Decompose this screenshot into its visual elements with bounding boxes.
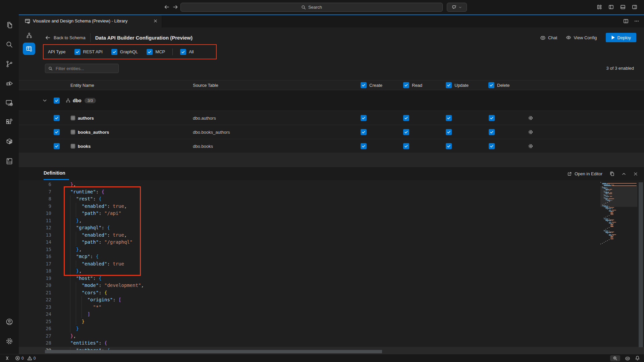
split-editor-icon[interactable] — [623, 18, 629, 24]
vertical-scrollbar[interactable] — [639, 182, 643, 347]
crud-checkbox-authors-delete[interactable] — [489, 115, 495, 121]
back-icon[interactable] — [163, 4, 170, 10]
code-line-27: 27}, — [19, 333, 644, 340]
crud-header-checkbox-update[interactable] — [446, 82, 452, 88]
filter-entities-field[interactable] — [45, 64, 119, 73]
deploy-label: Deploy — [618, 35, 631, 40]
run-debug-icon[interactable] — [1, 75, 17, 92]
copilot-chat-button[interactable] — [447, 3, 467, 12]
crud-checkbox-books_authors-create[interactable] — [361, 129, 367, 135]
code-line-21: 21"cors": { — [19, 289, 644, 297]
close-panel-icon[interactable] — [633, 172, 638, 176]
extensions-icon[interactable] — [1, 114, 17, 131]
command-center-search[interactable]: Search — [180, 3, 443, 12]
warning-icon — [27, 356, 32, 361]
search-placeholder: Search — [308, 5, 322, 10]
forward-icon[interactable] — [172, 4, 179, 10]
table-footer-strip — [19, 153, 644, 167]
copilot-status-icon[interactable] — [625, 356, 630, 361]
copy-icon[interactable] — [609, 171, 614, 176]
line-number: 26 — [19, 325, 51, 333]
line-number: 17 — [19, 260, 51, 268]
collapse-panel-icon[interactable] — [622, 172, 626, 176]
title-bar: Search — [0, 0, 644, 14]
account-icon[interactable] — [1, 313, 17, 330]
more-actions-icon[interactable] — [634, 18, 639, 24]
deploy-button[interactable]: Deploy — [606, 33, 636, 42]
api-checkbox-1[interactable] — [111, 49, 117, 55]
entity-row-books: booksdbo.books — [19, 139, 644, 153]
runtime-annotation-box — [64, 186, 141, 276]
source-table-value: dbo.books — [193, 143, 213, 148]
source-table-value: dbo.books_authors — [193, 129, 230, 134]
api-checkbox-2[interactable] — [147, 49, 153, 55]
crud-checkbox-authors-update[interactable] — [446, 115, 452, 121]
table-icon — [70, 129, 75, 134]
remote-indicator-icon[interactable] — [5, 356, 10, 361]
entity-settings-gear-icon[interactable] — [528, 129, 533, 135]
view-config-button[interactable]: View Config — [566, 35, 597, 40]
entity-checkbox-authors[interactable] — [54, 115, 60, 121]
crud-header-checkbox-create[interactable] — [361, 82, 367, 88]
back-to-schema-button[interactable]: Back to Schema — [45, 35, 86, 41]
crud-header-checkbox-read[interactable] — [403, 82, 409, 88]
api-checkbox-3[interactable] — [180, 49, 186, 55]
table-icon — [70, 143, 75, 148]
api-type-annotation-box: API Type REST APIGraphQLMCPAll — [43, 44, 217, 59]
crud-checkbox-authors-create[interactable] — [361, 115, 367, 121]
tab-visualize-schema[interactable]: Visualize and Design Schema (Preview) - … — [19, 14, 162, 27]
crud-checkbox-books_authors-update[interactable] — [446, 129, 452, 135]
crud-checkbox-books-create[interactable] — [361, 143, 367, 149]
api-checkbox-0[interactable] — [74, 49, 80, 55]
copilot-chat-icon — [452, 5, 457, 10]
dab-tool-active-tile[interactable] — [23, 43, 35, 55]
source-control-icon[interactable] — [1, 55, 17, 73]
search-view-icon[interactable] — [1, 36, 17, 53]
customize-layout-icon[interactable] — [597, 4, 602, 10]
entity-table-header: Entity Name Source Table CreateReadUpdat… — [19, 80, 644, 90]
minimap-slider[interactable] — [600, 186, 637, 207]
chevron-down-icon[interactable] — [42, 98, 47, 103]
schema-designer-tool-icon[interactable] — [26, 32, 33, 39]
api-option-label: REST API — [83, 49, 103, 54]
toggle-primary-sidebar-icon[interactable] — [608, 4, 614, 10]
open-in-editor-button[interactable]: Open in Editor — [567, 171, 602, 176]
toggle-secondary-sidebar-icon[interactable] — [632, 4, 637, 10]
crud-checkbox-books-delete[interactable] — [489, 143, 495, 149]
tab-close-icon[interactable] — [153, 19, 158, 23]
settings-gear-icon[interactable] — [1, 333, 17, 350]
problems-status[interactable]: 0 0 — [15, 356, 36, 361]
crud-checkbox-books-update[interactable] — [446, 143, 452, 149]
entity-settings-gear-icon[interactable] — [528, 115, 533, 121]
entity-settings-gear-icon[interactable] — [528, 143, 533, 149]
table-icon — [70, 115, 75, 120]
zoom-status-icon[interactable] — [610, 355, 620, 361]
crud-checkbox-books_authors-read[interactable] — [403, 129, 409, 135]
schema-group-row: dbo 3/3 — [19, 90, 644, 111]
search-icon — [301, 5, 306, 10]
database-projects-icon[interactable] — [1, 153, 17, 170]
crud-checkbox-books-read[interactable] — [403, 143, 409, 149]
crud-header-checkbox-delete[interactable] — [488, 82, 494, 88]
toggle-panel-icon[interactable] — [620, 4, 626, 10]
filter-entities-input[interactable] — [55, 66, 110, 71]
api-option-all: All — [180, 49, 194, 55]
entity-checkbox-books[interactable] — [54, 143, 60, 149]
group-name: dbo — [73, 98, 82, 103]
entity-checkbox-books_authors[interactable] — [54, 129, 60, 135]
page-title: Data API Builder Configuration (Preview) — [95, 35, 193, 41]
containers-icon[interactable] — [1, 133, 17, 150]
chat-label: Chat — [548, 35, 557, 40]
horizontal-scrollbar[interactable] — [45, 350, 382, 353]
line-number: 12 — [19, 224, 51, 232]
group-checkbox-dbo[interactable] — [54, 98, 60, 104]
api-option-label: MCP — [155, 49, 165, 54]
remote-explorer-icon[interactable] — [1, 94, 17, 112]
code-line-20: 20"mode": "development", — [19, 282, 644, 289]
crud-checkbox-books_authors-delete[interactable] — [489, 129, 495, 135]
crud-header-label: Update — [454, 83, 469, 88]
crud-checkbox-authors-read[interactable] — [403, 115, 409, 121]
explorer-icon[interactable] — [1, 16, 17, 34]
notifications-bell-icon[interactable] — [635, 356, 640, 361]
chat-button[interactable]: Chat — [540, 35, 557, 41]
